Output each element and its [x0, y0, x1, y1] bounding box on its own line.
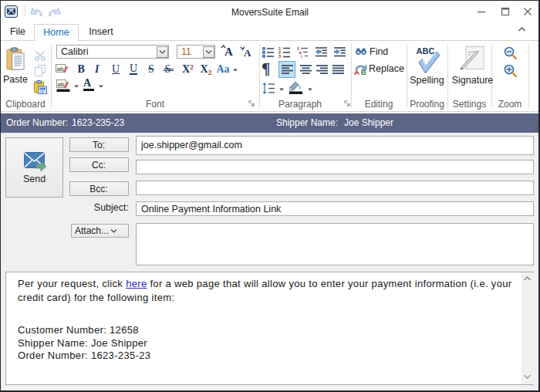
svg-text:3: 3: [278, 54, 281, 58]
svg-text:ABC: ABC: [417, 46, 435, 56]
svg-text:ab: ab: [57, 66, 64, 73]
svg-text:ab: ab: [58, 81, 65, 88]
svg-text:A: A: [354, 68, 359, 75]
svg-text:B: B: [361, 68, 366, 75]
svg-text:i: i: [301, 54, 302, 58]
